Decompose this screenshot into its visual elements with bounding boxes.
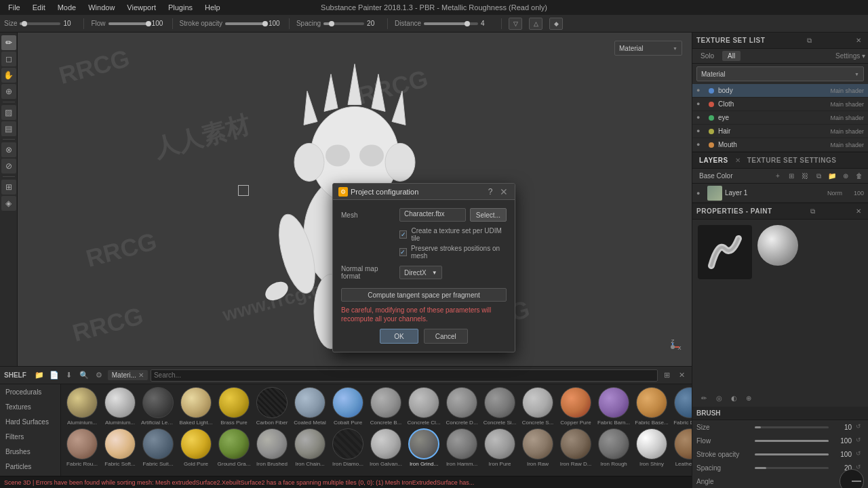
brush-spacing-slider[interactable] bbox=[755, 467, 829, 469]
material-iron-shiny[interactable]: Iron Shiny bbox=[633, 428, 670, 467]
brush-shape-btn-2[interactable]: △ bbox=[529, 18, 542, 30]
material-coated-metal[interactable]: Coated Metal bbox=[292, 387, 328, 426]
shelf-search-input[interactable] bbox=[151, 369, 658, 382]
brush-stroke-opacity-reset[interactable]: ↺ bbox=[856, 450, 864, 458]
brush-size-slider[interactable] bbox=[755, 426, 829, 428]
stroke-opacity-slider[interactable] bbox=[225, 22, 266, 25]
material-concrete-b[interactable]: Concrete B... bbox=[368, 387, 404, 426]
material-pick-btn[interactable]: ◈ bbox=[1, 196, 16, 211]
material-brass-pure[interactable]: Brass Pure bbox=[216, 387, 252, 426]
material-iron-grind[interactable]: Iron Grind... bbox=[406, 428, 442, 467]
shelf-tab-close[interactable]: ✕ bbox=[138, 371, 144, 379]
tsl-expand-btn[interactable]: ⧉ bbox=[804, 35, 814, 46]
material-aluminium-2[interactable]: Aluminium... bbox=[102, 387, 138, 426]
paint-tool-btn[interactable]: ✏ bbox=[1, 35, 16, 50]
shelf-cat-filters[interactable]: Filters bbox=[0, 429, 60, 444]
material-iron-raw-d[interactable]: Iron Raw D... bbox=[557, 428, 594, 467]
shelf-file-btn[interactable]: 📄 bbox=[48, 369, 60, 382]
material-iron-hamm[interactable]: Iron Hamm... bbox=[443, 428, 480, 467]
eraser-tool-btn[interactable]: ◻ bbox=[1, 52, 16, 66]
brush-flow-reset[interactable]: ↺ bbox=[856, 436, 864, 445]
layers-tab[interactable]: LAYERS bbox=[696, 155, 731, 165]
material-copper-pure[interactable]: Copper Pure bbox=[557, 387, 594, 426]
menu-edit[interactable]: Edit bbox=[27, 2, 51, 13]
shelf-grid-view-btn[interactable]: ⊞ bbox=[660, 369, 673, 382]
search-layer-btn[interactable]: ⊕ bbox=[840, 170, 852, 182]
brush-icon-2[interactable]: ◎ bbox=[713, 392, 725, 404]
tsl-settings-btn[interactable]: Settings ▾ bbox=[835, 52, 865, 60]
shelf-cat-procedurals[interactable]: Procedurals bbox=[0, 384, 60, 399]
material-fabric-rou[interactable]: Fabric Rou... bbox=[64, 428, 100, 467]
shelf-cat-textures[interactable]: Textures bbox=[0, 399, 60, 414]
duplicate-layer-btn[interactable]: ⧉ bbox=[812, 170, 825, 182]
shelf-import-btn[interactable]: ⬇ bbox=[63, 369, 75, 382]
tsl-eye-eye[interactable]: ● bbox=[696, 114, 705, 122]
flow-slider[interactable] bbox=[108, 22, 149, 25]
dialog-tangent-btn[interactable]: Compute tangent space per fragment bbox=[341, 288, 507, 302]
material-dropdown-viewport[interactable]: Material bbox=[610, 38, 686, 58]
brush-icon-1[interactable]: ✏ bbox=[698, 392, 710, 404]
material-carbon-fiber[interactable]: Carbon Fiber bbox=[254, 387, 290, 426]
add-paint-layer-btn[interactable]: + bbox=[772, 170, 784, 182]
dialog-ok-btn[interactable]: OK bbox=[380, 329, 418, 344]
material-iron-raw[interactable]: Iron Raw bbox=[519, 428, 556, 467]
tsl-item-eye[interactable]: ● eye Main shader bbox=[692, 111, 868, 125]
layer-blend-mode[interactable]: Norm bbox=[827, 190, 842, 197]
size-slider[interactable] bbox=[20, 22, 60, 25]
shelf-search-btn[interactable]: 🔍 bbox=[78, 369, 90, 382]
material-fabric-suit[interactable]: Fabric Suit... bbox=[140, 428, 176, 467]
tsl-eye-cloth[interactable]: ● bbox=[696, 100, 705, 108]
material-fabric-barn[interactable]: Fabric Barn... bbox=[595, 387, 632, 426]
tsl-item-body[interactable]: ● body Main shader bbox=[692, 84, 868, 98]
brush-size-reset[interactable]: ↺ bbox=[856, 423, 864, 431]
shelf-folder-btn[interactable]: 📁 bbox=[33, 369, 45, 382]
dialog-close-btn[interactable]: ✕ bbox=[498, 186, 509, 197]
material-leather-bag[interactable]: Leather bag bbox=[671, 428, 692, 467]
menu-viewport[interactable]: Viewport bbox=[121, 2, 161, 13]
material-artificial-lea[interactable]: Artificial Lea... bbox=[140, 387, 176, 426]
texture-set-settings-tab[interactable]: TEXTURE SET SETTINGS bbox=[745, 155, 840, 165]
brush-shape-btn-3[interactable]: ◆ bbox=[549, 18, 563, 30]
material-aluminium-1[interactable]: Aluminium... bbox=[64, 387, 100, 426]
shelf-close-btn[interactable]: ✕ bbox=[675, 369, 688, 382]
shelf-cat-particles[interactable]: Particles bbox=[0, 459, 60, 474]
tsl-eye-mouth[interactable]: ● bbox=[696, 141, 705, 149]
spacing-slider[interactable] bbox=[323, 22, 364, 25]
properties-close-btn[interactable]: ✕ bbox=[853, 206, 864, 217]
layers-x-btn[interactable]: ✕ bbox=[735, 157, 741, 164]
tsl-eye-body[interactable]: ● bbox=[696, 87, 705, 95]
menu-plugins[interactable]: Plugins bbox=[163, 2, 198, 13]
delete-layer-btn[interactable]: 🗑 bbox=[853, 170, 865, 182]
material-iron-chain[interactable]: Iron Chain... bbox=[292, 428, 328, 467]
tsl-tab-all[interactable]: All bbox=[722, 51, 741, 61]
dialog-checkbox-1[interactable] bbox=[399, 230, 407, 239]
material-iron-galvan[interactable]: Iron Galvan... bbox=[368, 428, 404, 467]
material-concrete-si[interactable]: Concrete Si... bbox=[481, 387, 518, 426]
material-fabric-base[interactable]: Fabric Base... bbox=[633, 387, 670, 426]
material-concrete-d[interactable]: Concrete D... bbox=[443, 387, 480, 426]
tsl-item-hair[interactable]: ● Hair Main shader bbox=[692, 125, 868, 138]
material-concrete-cl[interactable]: Concrete Cl... bbox=[406, 387, 442, 426]
material-concrete-s[interactable]: Concrete S... bbox=[519, 387, 556, 426]
select-tool-btn[interactable]: ▤ bbox=[1, 121, 16, 136]
smudge-tool-btn[interactable]: ✋ bbox=[1, 68, 16, 83]
brush-icon-4[interactable]: ⊕ bbox=[743, 392, 755, 404]
material-type-dropdown[interactable]: Material bbox=[696, 66, 864, 81]
angle-wheel[interactable] bbox=[840, 469, 864, 488]
shelf-cat-brushes[interactable]: Brushes bbox=[0, 444, 60, 459]
material-iron-diamo[interactable]: Iron Diamo... bbox=[330, 428, 366, 467]
material-baked-light[interactable]: Baked Light... bbox=[178, 387, 214, 426]
brush-icon-3[interactable]: ◐ bbox=[728, 392, 740, 404]
dialog-help-btn[interactable]: ? bbox=[485, 186, 496, 197]
add-fill-layer-btn[interactable]: ⊞ bbox=[785, 170, 797, 182]
shelf-cat-hard-surfaces[interactable]: Hard Surfaces bbox=[0, 414, 60, 429]
dialog-select-btn[interactable]: Select... bbox=[470, 208, 507, 222]
brush-stroke-opacity-slider[interactable] bbox=[755, 453, 829, 455]
menu-file[interactable]: File bbox=[3, 2, 26, 13]
tsl-item-mouth[interactable]: ● Mouth Main shader bbox=[692, 138, 868, 152]
material-fabric-soft[interactable]: Fabric Soft... bbox=[102, 428, 138, 467]
menu-mode[interactable]: Mode bbox=[52, 2, 82, 13]
shelf-filter-btn[interactable]: ⚙ bbox=[93, 369, 105, 382]
material-iron-rough[interactable]: Iron Rough bbox=[595, 428, 632, 467]
dialog-normal-dropdown[interactable]: DirectX ▼ bbox=[399, 266, 442, 279]
